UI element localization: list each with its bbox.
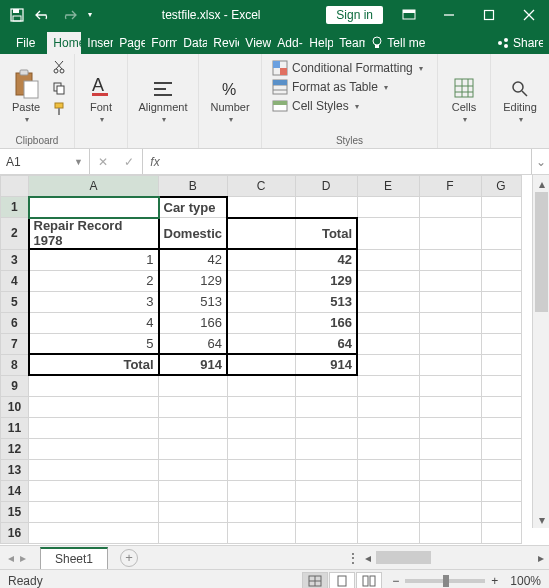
row-header[interactable]: 2 xyxy=(1,218,29,250)
grid[interactable]: A B C D E F G 1 Car type 2 Repair Record… xyxy=(0,175,522,544)
qat-customize-button[interactable]: ▾ xyxy=(84,4,96,26)
cell-C6[interactable] xyxy=(227,312,295,333)
tabs-splitter[interactable]: ⋮ xyxy=(347,551,359,565)
cancel-formula-button[interactable]: ✕ xyxy=(90,155,116,169)
cell-B3[interactable]: 42 xyxy=(159,249,228,270)
tab-addins[interactable]: Add- xyxy=(271,32,303,54)
cell[interactable] xyxy=(481,417,521,438)
cell[interactable] xyxy=(419,270,481,291)
cell[interactable] xyxy=(227,375,295,396)
cell[interactable] xyxy=(419,522,481,543)
cell[interactable] xyxy=(357,354,419,375)
cell[interactable] xyxy=(481,438,521,459)
cell-C8[interactable] xyxy=(227,354,295,375)
enter-formula-button[interactable]: ✓ xyxy=(116,155,142,169)
cell[interactable] xyxy=(481,270,521,291)
cell[interactable] xyxy=(419,438,481,459)
minimize-button[interactable] xyxy=(429,0,469,29)
cell-C2[interactable] xyxy=(227,218,295,250)
redo-button[interactable] xyxy=(58,4,80,26)
col-header-B[interactable]: B xyxy=(159,176,228,197)
cell[interactable] xyxy=(419,480,481,501)
cell-A1[interactable] xyxy=(29,197,159,218)
cell[interactable] xyxy=(357,197,419,218)
cell[interactable] xyxy=(419,218,481,250)
row-header[interactable]: 4 xyxy=(1,270,29,291)
ribbon-options-button[interactable] xyxy=(389,0,429,29)
cell[interactable] xyxy=(159,417,228,438)
cell[interactable] xyxy=(227,501,295,522)
cell-C3[interactable] xyxy=(227,249,295,270)
row-header[interactable]: 3 xyxy=(1,249,29,270)
cell[interactable] xyxy=(357,312,419,333)
copy-button[interactable] xyxy=(50,79,68,97)
cell[interactable] xyxy=(295,375,357,396)
cell-D8[interactable]: 914 xyxy=(295,354,357,375)
cell-D7[interactable]: 64 xyxy=(295,333,357,354)
row-header[interactable]: 7 xyxy=(1,333,29,354)
cell[interactable] xyxy=(29,438,159,459)
cell-styles-button[interactable]: Cell Styles▾ xyxy=(272,98,427,114)
cut-button[interactable] xyxy=(50,58,68,76)
scroll-up-button[interactable]: ▴ xyxy=(533,175,549,192)
cell[interactable] xyxy=(357,270,419,291)
cell[interactable] xyxy=(357,480,419,501)
col-header-C[interactable]: C xyxy=(227,176,295,197)
cell[interactable] xyxy=(419,375,481,396)
cell[interactable] xyxy=(357,249,419,270)
cell[interactable] xyxy=(159,501,228,522)
cell[interactable] xyxy=(481,197,521,218)
cell[interactable] xyxy=(159,375,228,396)
cell[interactable] xyxy=(357,501,419,522)
undo-button[interactable] xyxy=(32,4,54,26)
cell[interactable] xyxy=(159,480,228,501)
cell-B2[interactable]: Domestic xyxy=(159,218,228,250)
row-header[interactable]: 5 xyxy=(1,291,29,312)
cell[interactable] xyxy=(419,249,481,270)
cell[interactable] xyxy=(295,480,357,501)
row-header[interactable]: 10 xyxy=(1,396,29,417)
cell-C5[interactable] xyxy=(227,291,295,312)
cell-A7[interactable]: 5 xyxy=(29,333,159,354)
cell[interactable] xyxy=(29,417,159,438)
cell[interactable] xyxy=(419,197,481,218)
cell[interactable] xyxy=(159,396,228,417)
cell[interactable] xyxy=(419,396,481,417)
scroll-thumb[interactable] xyxy=(535,192,548,312)
cell[interactable] xyxy=(357,459,419,480)
cell-D2[interactable]: Total xyxy=(295,218,357,250)
cell[interactable] xyxy=(227,459,295,480)
cell[interactable] xyxy=(419,354,481,375)
cell[interactable] xyxy=(227,197,295,218)
cell[interactable] xyxy=(159,438,228,459)
cell-A6[interactable]: 4 xyxy=(29,312,159,333)
fx-label[interactable]: fx xyxy=(143,149,167,174)
conditional-formatting-button[interactable]: Conditional Formatting▾ xyxy=(272,60,427,76)
cell[interactable] xyxy=(159,522,228,543)
col-header-E[interactable]: E xyxy=(357,176,419,197)
paste-button[interactable]: Paste ▾ xyxy=(6,58,46,124)
row-header[interactable]: 6 xyxy=(1,312,29,333)
cell-B4[interactable]: 129 xyxy=(159,270,228,291)
cell[interactable] xyxy=(357,522,419,543)
sheet-tab-sheet1[interactable]: Sheet1 xyxy=(40,547,108,569)
cells-button[interactable]: Cells▾ xyxy=(444,58,484,124)
cell[interactable] xyxy=(419,312,481,333)
tab-insert[interactable]: Insert xyxy=(81,32,113,54)
cell[interactable] xyxy=(295,501,357,522)
cell-A5[interactable]: 3 xyxy=(29,291,159,312)
cell[interactable] xyxy=(29,375,159,396)
cell[interactable] xyxy=(357,291,419,312)
row-header[interactable]: 13 xyxy=(1,459,29,480)
cell[interactable] xyxy=(29,459,159,480)
col-header-G[interactable]: G xyxy=(481,176,521,197)
tab-file[interactable]: File xyxy=(4,32,47,54)
cell-A8[interactable]: Total xyxy=(29,354,159,375)
row-header[interactable]: 11 xyxy=(1,417,29,438)
select-all-corner[interactable] xyxy=(1,176,29,197)
cell[interactable] xyxy=(481,375,521,396)
cell[interactable] xyxy=(227,522,295,543)
zoom-slider[interactable] xyxy=(405,579,485,583)
row-header[interactable]: 14 xyxy=(1,480,29,501)
cell[interactable] xyxy=(295,522,357,543)
